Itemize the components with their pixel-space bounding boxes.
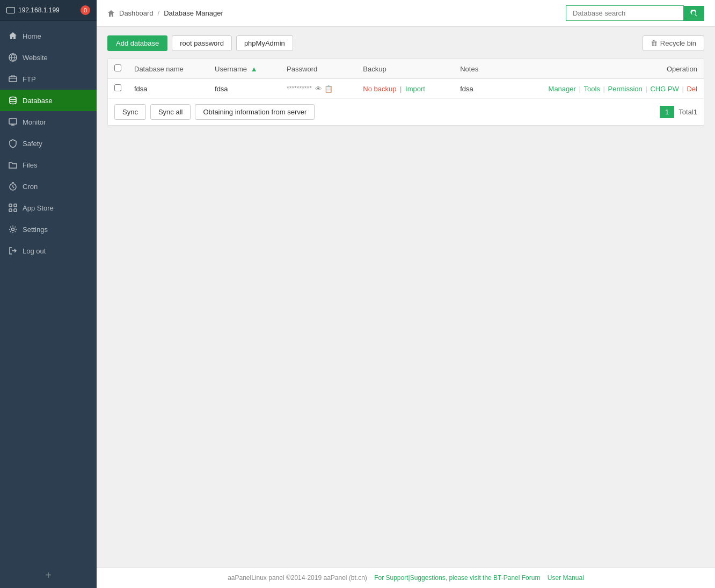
td-username: fdsa xyxy=(208,79,280,99)
add-server-button[interactable]: + xyxy=(45,569,52,582)
globe-icon xyxy=(9,53,17,62)
sidebar-item-label: FTP xyxy=(23,75,36,83)
password-icons: 👁 📋 xyxy=(315,85,333,93)
th-backup: Backup xyxy=(356,59,454,79)
sidebar-item-label: App Store xyxy=(23,204,54,212)
page-header: Dashboard / Database Manager xyxy=(97,0,715,27)
recycle-bin-button[interactable]: 🗑 Recycle bin xyxy=(643,35,704,51)
monitor-nav-icon xyxy=(9,118,17,126)
footer-actions: Sync Sync all Obtaining information from… xyxy=(114,104,315,120)
svg-rect-8 xyxy=(14,209,17,212)
toolbar-left: Add database root password phpMyAdmin xyxy=(107,35,293,51)
database-table: Database name Username ▲ Password Backup… xyxy=(107,59,704,126)
clock-icon xyxy=(9,182,17,191)
table-row: fdsa fdsa ********** 👁 📋 xyxy=(108,79,704,99)
notification-badge: 0 xyxy=(81,5,90,15)
page-total: Total1 xyxy=(678,108,697,116)
table: Database name Username ▲ Password Backup… xyxy=(108,59,704,98)
sidebar-header: 192.168.1.199 0 xyxy=(0,0,97,21)
sidebar-item-database[interactable]: Database xyxy=(0,90,97,111)
sidebar-item-safety[interactable]: Safety xyxy=(0,133,97,154)
copy-icon[interactable]: 📋 xyxy=(324,85,333,93)
page-footer: aaPanelLinux panel ©2014-2019 aaPanel (b… xyxy=(97,567,715,588)
sidebar-item-label: Cron xyxy=(23,183,38,191)
sync-all-button[interactable]: Sync all xyxy=(150,104,191,120)
sidebar-item-cron[interactable]: Cron xyxy=(0,176,97,197)
row-checkbox[interactable] xyxy=(114,84,121,91)
sidebar-item-label: Files xyxy=(23,161,37,169)
add-database-button[interactable]: Add database xyxy=(107,35,167,51)
svg-rect-1 xyxy=(9,77,17,82)
home-icon xyxy=(9,32,17,40)
obtaining-info-button[interactable]: Obtaining information from server xyxy=(195,104,315,120)
del-link[interactable]: Del xyxy=(687,85,697,93)
chg-pw-link[interactable]: CHG PW xyxy=(650,85,678,93)
phpmyadmin-button[interactable]: phpMyAdmin xyxy=(236,35,293,51)
monitor-icon xyxy=(6,7,15,13)
th-username: Username ▲ xyxy=(208,59,280,79)
table-header-row: Database name Username ▲ Password Backup… xyxy=(108,59,704,79)
th-notes: Notes xyxy=(454,59,494,79)
breadcrumb-dashboard[interactable]: Dashboard xyxy=(119,9,154,17)
search-button[interactable] xyxy=(684,6,704,21)
td-password: ********** 👁 📋 xyxy=(280,79,356,99)
sidebar: 192.168.1.199 0 Home Website xyxy=(0,0,97,588)
sidebar-item-label: Log out xyxy=(23,247,46,255)
td-operations: Manager | Tools | Permission | CHG PW | … xyxy=(494,79,704,99)
breadcrumb-separator: / xyxy=(158,9,160,17)
permission-link[interactable]: Permission xyxy=(608,85,642,93)
pagination: 1 Total1 xyxy=(660,106,697,118)
database-icon xyxy=(9,96,17,105)
th-checkbox xyxy=(108,59,128,79)
sidebar-item-label: Home xyxy=(23,32,41,40)
import-link[interactable]: Import xyxy=(405,85,425,93)
svg-rect-3 xyxy=(9,119,17,124)
sidebar-nav: Home Website FTP Database xyxy=(0,21,97,563)
search-input[interactable] xyxy=(566,5,684,21)
ftp-icon xyxy=(9,75,17,83)
select-all-checkbox[interactable] xyxy=(114,64,121,71)
sidebar-item-label: Monitor xyxy=(23,118,46,126)
page-number-button[interactable]: 1 xyxy=(660,106,674,118)
logout-icon xyxy=(9,246,17,255)
sidebar-item-home[interactable]: Home xyxy=(0,25,97,47)
tools-link[interactable]: Tools xyxy=(584,85,600,93)
td-notes: fdsa xyxy=(454,79,494,99)
td-checkbox xyxy=(108,79,128,99)
th-password: Password xyxy=(280,59,356,79)
sidebar-item-ftp[interactable]: FTP xyxy=(0,68,97,90)
home-breadcrumb-icon xyxy=(107,9,115,18)
sidebar-add: + xyxy=(0,563,97,588)
sidebar-item-settings[interactable]: Settings xyxy=(0,219,97,240)
backup-status: No backup xyxy=(363,85,396,93)
support-link[interactable]: For Support|Suggestions, please visit th… xyxy=(374,574,540,582)
svg-point-2 xyxy=(10,97,16,100)
sidebar-item-logout[interactable]: Log out xyxy=(0,240,97,262)
sidebar-item-appstore[interactable]: App Store xyxy=(0,197,97,219)
sidebar-item-website[interactable]: Website xyxy=(0,47,97,68)
content-area: Add database root password phpMyAdmin 🗑 … xyxy=(97,27,715,567)
root-password-button[interactable]: root password xyxy=(172,35,232,51)
copyright-text: aaPanelLinux panel ©2014-2019 aaPanel (b… xyxy=(228,574,367,582)
eye-icon[interactable]: 👁 xyxy=(315,85,322,93)
main-content: Dashboard / Database Manager Add databas… xyxy=(97,0,715,588)
sidebar-item-monitor[interactable]: Monitor xyxy=(0,111,97,133)
page-title: Database Manager xyxy=(164,9,223,17)
toolbar: Add database root password phpMyAdmin 🗑 … xyxy=(107,35,704,51)
td-database-name: fdsa xyxy=(128,79,208,99)
svg-point-9 xyxy=(12,228,14,231)
manual-link[interactable]: User Manual xyxy=(548,574,584,582)
sidebar-item-files[interactable]: Files xyxy=(0,154,97,176)
sort-icon: ▲ xyxy=(251,65,258,73)
sidebar-item-label: Settings xyxy=(23,226,48,234)
th-operation: Operation xyxy=(494,59,704,79)
manager-link[interactable]: Manager xyxy=(549,85,576,93)
sync-button[interactable]: Sync xyxy=(114,104,146,120)
search-box xyxy=(566,5,704,21)
apps-icon xyxy=(9,204,17,212)
td-backup: No backup | Import xyxy=(356,79,454,99)
table-footer: Sync Sync all Obtaining information from… xyxy=(108,98,704,125)
sidebar-item-label: Database xyxy=(23,97,53,105)
svg-rect-7 xyxy=(9,209,12,212)
sidebar-item-label: Website xyxy=(23,54,48,62)
